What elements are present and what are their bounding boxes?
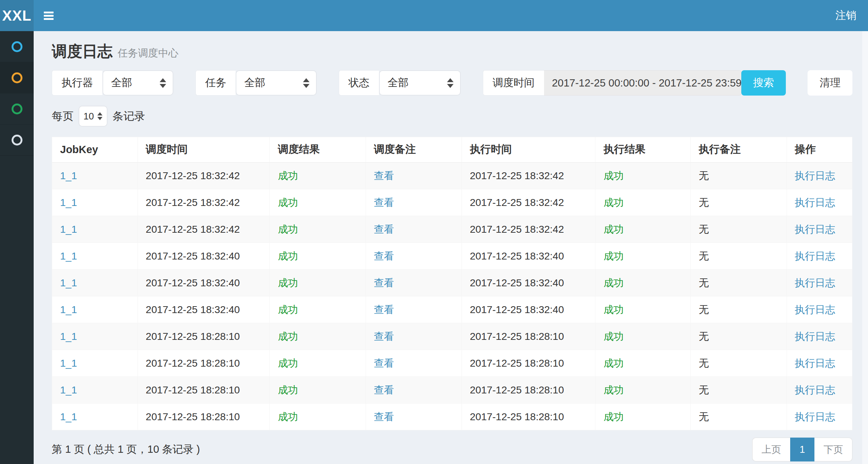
jobkey-link[interactable]: 1_1	[60, 170, 77, 181]
jobkey-link[interactable]: 1_1	[60, 250, 77, 262]
circle-ring-icon	[12, 41, 22, 52]
exec-log-link[interactable]: 执行日志	[795, 384, 835, 396]
trigger-msg-cell: 查看	[366, 404, 462, 430]
trigger-result-text: 成功	[278, 411, 298, 422]
view-trigger-msg-link[interactable]: 查看	[374, 384, 394, 396]
jobkey-link[interactable]: 1_1	[60, 358, 77, 369]
view-trigger-msg-link[interactable]: 查看	[374, 197, 394, 208]
executor-filter-select[interactable]: 全部	[102, 70, 173, 96]
trigger-result-cell: 成功	[270, 404, 366, 430]
handle-result-cell: 成功	[595, 189, 691, 216]
view-trigger-msg-link[interactable]: 查看	[374, 331, 394, 342]
sidebar-item[interactable]	[0, 93, 34, 125]
action-cell: 执行日志	[787, 163, 852, 189]
action-cell: 执行日志	[787, 243, 852, 270]
handle-result-cell: 成功	[595, 404, 691, 430]
jobkey-link[interactable]: 1_1	[60, 384, 77, 396]
table-row: 1_1 2017-12-25 18:28:10 成功 查看 2017-12-25…	[52, 350, 852, 377]
handle-result-text: 成功	[603, 197, 624, 208]
time-range-input[interactable]: 2017-12-25 00:00:00 - 2017-12-25 23:59:5…	[544, 70, 741, 96]
view-trigger-msg-link[interactable]: 查看	[374, 304, 394, 315]
exec-log-link[interactable]: 执行日志	[795, 358, 835, 369]
col-trigger-time: 调度时间	[138, 137, 270, 163]
view-trigger-msg-link[interactable]: 查看	[374, 224, 394, 235]
action-cell: 执行日志	[787, 270, 852, 296]
action-cell: 执行日志	[787, 216, 852, 243]
sidebar-item[interactable]	[0, 62, 34, 93]
exec-log-link[interactable]: 执行日志	[795, 411, 835, 422]
exec-log-link[interactable]: 执行日志	[795, 170, 835, 181]
clear-button[interactable]: 清理	[808, 70, 852, 96]
jobkey-link[interactable]: 1_1	[60, 197, 77, 208]
handle-result-cell: 成功	[595, 163, 691, 189]
handle-result-text: 成功	[603, 224, 624, 235]
handle-time-cell: 2017-12-25 18:32:42	[462, 163, 595, 189]
search-button[interactable]: 搜索	[741, 70, 786, 96]
app-logo[interactable]: XXL	[0, 0, 34, 31]
action-cell: 执行日志	[787, 323, 852, 350]
exec-log-link[interactable]: 执行日志	[795, 304, 835, 315]
job-filter-label: 任务	[195, 70, 236, 96]
handle-result-text: 成功	[603, 384, 624, 396]
exec-log-link[interactable]: 执行日志	[795, 277, 835, 288]
handle-result-text: 成功	[603, 277, 624, 288]
exec-log-link[interactable]: 执行日志	[795, 250, 835, 262]
handle-time-cell: 2017-12-25 18:32:42	[462, 189, 595, 216]
hamburger-icon[interactable]	[44, 10, 55, 21]
scrollbar-track[interactable]	[862, 31, 868, 464]
handle-time-cell: 2017-12-25 18:28:10	[462, 350, 595, 377]
jobkey-link[interactable]: 1_1	[60, 304, 77, 315]
jobkey-cell: 1_1	[52, 189, 138, 216]
next-page-button[interactable]: 下页	[814, 438, 852, 461]
job-filter-value: 全部	[244, 76, 265, 90]
page-size-value: 10	[84, 111, 94, 122]
jobkey-cell: 1_1	[52, 296, 138, 323]
prev-page-button[interactable]: 上页	[752, 438, 790, 461]
trigger-msg-cell: 查看	[366, 270, 462, 296]
jobkey-cell: 1_1	[52, 216, 138, 243]
sidebar-item[interactable]	[0, 31, 34, 62]
select-arrows-icon	[160, 78, 166, 88]
page-title: 调度日志	[52, 41, 113, 62]
handle-result-cell: 成功	[595, 377, 691, 404]
col-handle-time: 执行时间	[462, 137, 595, 163]
jobkey-cell: 1_1	[52, 377, 138, 404]
view-trigger-msg-link[interactable]: 查看	[374, 358, 394, 369]
logout-button[interactable]: 注销	[835, 8, 856, 23]
view-trigger-msg-link[interactable]: 查看	[374, 277, 394, 288]
current-page-button[interactable]: 1	[790, 438, 814, 461]
status-filter-select[interactable]: 全部	[379, 70, 461, 96]
status-filter-group: 状态 全部	[339, 70, 461, 96]
col-trigger-result: 调度结果	[270, 137, 366, 163]
jobkey-link[interactable]: 1_1	[60, 331, 77, 342]
table-row: 1_1 2017-12-25 18:32:40 成功 查看 2017-12-25…	[52, 270, 852, 296]
trigger-time-cell: 2017-12-25 18:28:10	[138, 404, 270, 430]
handle-result-text: 成功	[603, 250, 624, 262]
page-size-select[interactable]: 10	[79, 106, 108, 127]
handle-time-cell: 2017-12-25 18:28:10	[462, 323, 595, 350]
trigger-time-cell: 2017-12-25 18:32:42	[138, 163, 270, 189]
action-cell: 执行日志	[787, 189, 852, 216]
jobkey-link[interactable]: 1_1	[60, 224, 77, 235]
jobkey-link[interactable]: 1_1	[60, 411, 77, 422]
view-trigger-msg-link[interactable]: 查看	[374, 250, 394, 262]
trigger-result-cell: 成功	[270, 296, 366, 323]
exec-log-link[interactable]: 执行日志	[795, 224, 835, 235]
trigger-time-cell: 2017-12-25 18:28:10	[138, 323, 270, 350]
exec-log-link[interactable]: 执行日志	[795, 197, 835, 208]
sidebar-item[interactable]	[0, 125, 34, 156]
handle-result-text: 成功	[603, 358, 624, 369]
trigger-result-text: 成功	[278, 250, 298, 262]
job-filter-select[interactable]: 全部	[236, 70, 317, 96]
handle-msg-cell: 无	[691, 377, 787, 404]
table-row: 1_1 2017-12-25 18:32:42 成功 查看 2017-12-25…	[52, 216, 852, 243]
table-row: 1_1 2017-12-25 18:32:42 成功 查看 2017-12-25…	[52, 163, 852, 189]
table-row: 1_1 2017-12-25 18:28:10 成功 查看 2017-12-25…	[52, 377, 852, 404]
select-arrows-icon	[97, 112, 102, 120]
jobkey-link[interactable]: 1_1	[60, 277, 77, 288]
handle-result-text: 成功	[603, 411, 624, 422]
handle-result-cell: 成功	[595, 216, 691, 243]
view-trigger-msg-link[interactable]: 查看	[374, 411, 394, 422]
view-trigger-msg-link[interactable]: 查看	[374, 170, 394, 181]
exec-log-link[interactable]: 执行日志	[795, 331, 835, 342]
